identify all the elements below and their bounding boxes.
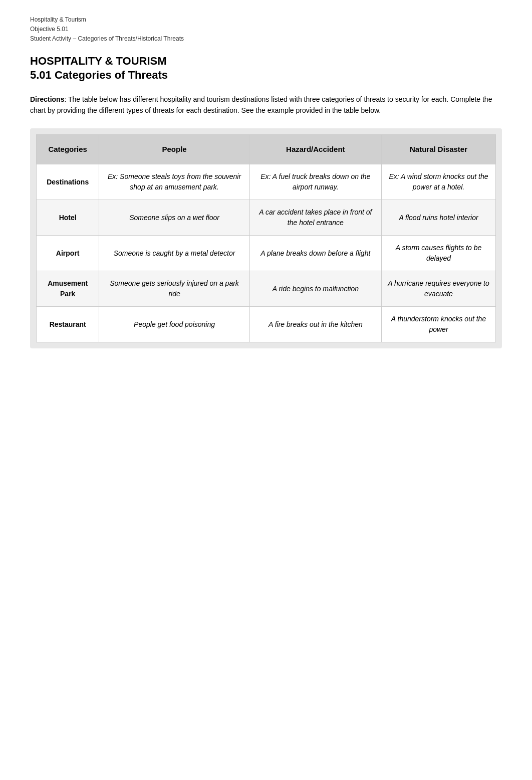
meta-line2: Objective 5.01 [30, 25, 502, 34]
table-header-row: Categories People Hazard/Accident Natura… [37, 134, 496, 164]
header-hazard: Hazard/Accident [249, 134, 381, 164]
header-natural: Natural Disaster [382, 134, 496, 164]
directions-body: : The table below has different hospital… [30, 95, 492, 114]
cell-natural: A flood ruins hotel interior [382, 200, 496, 236]
threats-table: Categories People Hazard/Accident Natura… [36, 134, 496, 343]
meta-line1: Hospitality & Tourism [30, 15, 502, 25]
directions-label: Directions [30, 95, 64, 103]
cell-people: People get food poisoning [99, 307, 249, 342]
cell-category: Destinations [37, 164, 99, 200]
header-people: People [99, 134, 249, 164]
cell-natural: Ex: A wind storm knocks out the power at… [382, 164, 496, 200]
title-line2: 5.01 Categories of Threats [30, 68, 502, 83]
cell-category: Amusement Park [37, 271, 99, 307]
title-line1: HOSPITALITY & TOURISM [30, 54, 502, 69]
cell-category: Airport [37, 236, 99, 271]
table-row: HotelSomeone slips on a wet floorA car a… [37, 200, 496, 236]
directions-text: Directions: The table below has differen… [30, 94, 502, 116]
table-row: RestaurantPeople get food poisoningA fir… [37, 307, 496, 342]
cell-natural: A storm causes flights to be delayed [382, 236, 496, 271]
cell-people: Ex: Someone steals toys from the souveni… [99, 164, 249, 200]
cell-category: Restaurant [37, 307, 99, 342]
cell-natural: A hurricane requires everyone to evacuat… [382, 271, 496, 307]
cell-hazard: A plane breaks down before a flight [249, 236, 381, 271]
cell-hazard: A fire breaks out in the kitchen [249, 307, 381, 342]
cell-hazard: A ride begins to malfunction [249, 271, 381, 307]
meta-info: Hospitality & Tourism Objective 5.01 Stu… [30, 15, 502, 44]
cell-people: Someone is caught by a metal detector [99, 236, 249, 271]
cell-people: Someone gets seriously injured on a park… [99, 271, 249, 307]
cell-natural: A thunderstorm knocks out the power [382, 307, 496, 342]
meta-line3: Student Activity – Categories of Threats… [30, 34, 502, 44]
table-wrapper: Categories People Hazard/Accident Natura… [30, 128, 502, 349]
cell-category: Hotel [37, 200, 99, 236]
table-row: Amusement ParkSomeone gets seriously inj… [37, 271, 496, 307]
header-categories: Categories [37, 134, 99, 164]
cell-people: Someone slips on a wet floor [99, 200, 249, 236]
table-row: AirportSomeone is caught by a metal dete… [37, 236, 496, 271]
table-row: DestinationsEx: Someone steals toys from… [37, 164, 496, 200]
cell-hazard: A car accident takes place in front of t… [249, 200, 381, 236]
cell-hazard: Ex: A fuel truck breaks down on the airp… [249, 164, 381, 200]
page-title: HOSPITALITY & TOURISM 5.01 Categories of… [30, 54, 502, 83]
